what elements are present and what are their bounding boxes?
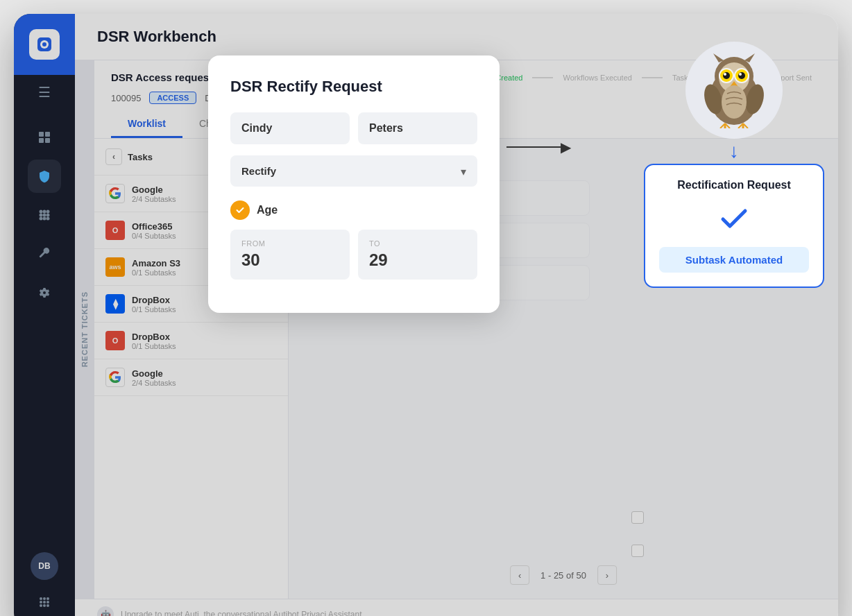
rectification-card: Rectification Request Subtask Automated bbox=[644, 164, 824, 288]
to-field: To 29 bbox=[358, 230, 477, 280]
type-select-field[interactable]: Rectify bbox=[230, 155, 477, 187]
age-check-icon bbox=[230, 200, 250, 220]
modal-overlay: DSR Rectify Request Cindy Peters Rectify… bbox=[14, 14, 838, 616]
arrow-down-icon: ↓ bbox=[729, 142, 739, 161]
age-label: Age bbox=[257, 204, 278, 216]
from-field: From 30 bbox=[230, 230, 350, 280]
arrow-line bbox=[506, 146, 562, 148]
rectification-title: Rectification Request bbox=[677, 179, 791, 191]
to-label: To bbox=[369, 239, 466, 248]
age-fields: From 30 To 29 bbox=[230, 230, 477, 280]
rectification-check-icon bbox=[715, 200, 753, 239]
modal-title: DSR Rectify Request bbox=[230, 78, 477, 96]
owl-container bbox=[685, 42, 783, 139]
subtask-automated-label: Subtask Automated bbox=[659, 247, 809, 273]
flow-arrow: ▶ bbox=[506, 139, 571, 155]
owl-icon bbox=[696, 52, 772, 128]
last-name-field[interactable]: Peters bbox=[358, 112, 477, 144]
from-label: From bbox=[241, 239, 339, 248]
dsr-rectify-modal: DSR Rectify Request Cindy Peters Rectify… bbox=[208, 55, 500, 313]
name-row: Cindy Peters bbox=[230, 112, 477, 144]
age-section: Age From 30 To 29 bbox=[230, 200, 477, 280]
svg-point-32 bbox=[723, 72, 730, 79]
age-label-row: Age bbox=[230, 200, 477, 220]
svg-point-37 bbox=[739, 73, 742, 76]
right-panel: ↓ Rectification Request Subtask Automate… bbox=[644, 42, 824, 288]
from-value: 30 bbox=[241, 250, 339, 270]
svg-point-36 bbox=[738, 72, 745, 79]
svg-point-41 bbox=[722, 85, 747, 119]
type-select-wrapper: Rectify bbox=[230, 155, 477, 187]
svg-point-33 bbox=[724, 73, 726, 76]
first-name-field[interactable]: Cindy bbox=[230, 112, 350, 144]
to-value: 29 bbox=[369, 250, 466, 270]
arrow-head-icon: ▶ bbox=[561, 139, 571, 155]
